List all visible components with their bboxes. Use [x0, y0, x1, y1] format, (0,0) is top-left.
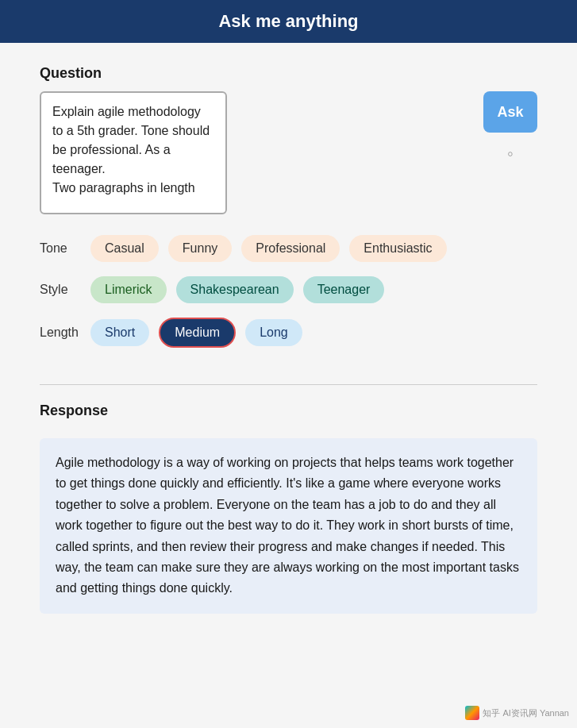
- tone-funny[interactable]: Funny: [168, 235, 232, 262]
- divider: [40, 384, 537, 385]
- length-label: Length: [40, 325, 81, 340]
- length-short[interactable]: Short: [90, 319, 149, 346]
- length-long[interactable]: Long: [245, 319, 302, 346]
- question-row: Explain agile methodology to a 5th grade…: [40, 91, 537, 218]
- app-container: Ask me anything Question Explain agile m…: [0, 0, 577, 728]
- length-row: Length Short Medium Long: [40, 318, 537, 348]
- style-label: Style: [40, 283, 81, 297]
- response-box: Agile methodology is a way of working on…: [40, 438, 537, 614]
- ask-button[interactable]: Ask: [483, 91, 537, 133]
- question-textarea[interactable]: Explain agile methodology to a 5th grade…: [40, 91, 227, 214]
- watermark: 知乎 AI资讯网 Yannan: [465, 706, 569, 720]
- tone-enthusiastic[interactable]: Enthusiastic: [349, 235, 446, 262]
- page-title: Ask me anything: [218, 11, 358, 31]
- main-content: Question Explain agile methodology to a …: [0, 43, 577, 645]
- header: Ask me anything: [0, 0, 577, 43]
- watermark-icon: [465, 706, 479, 720]
- tone-casual[interactable]: Casual: [90, 235, 159, 262]
- tone-row: Tone Casual Funny Professional Enthusias…: [40, 235, 537, 262]
- eraser-icon[interactable]: ◦: [507, 144, 514, 164]
- style-shakespearean[interactable]: Shakespearean: [176, 276, 294, 303]
- watermark-text: 知乎 AI资讯网 Yannan: [483, 707, 569, 719]
- style-teenager[interactable]: Teenager: [303, 276, 385, 303]
- tone-label: Tone: [40, 241, 81, 256]
- style-limerick[interactable]: Limerick: [90, 276, 167, 303]
- question-label: Question: [40, 65, 537, 82]
- textarea-wrapper: Explain agile methodology to a 5th grade…: [40, 91, 472, 218]
- length-medium[interactable]: Medium: [159, 318, 236, 348]
- tone-professional[interactable]: Professional: [241, 235, 340, 262]
- right-controls: Ask ◦: [483, 91, 537, 164]
- style-row: Style Limerick Shakespearean Teenager: [40, 276, 537, 303]
- response-label: Response: [40, 403, 537, 419]
